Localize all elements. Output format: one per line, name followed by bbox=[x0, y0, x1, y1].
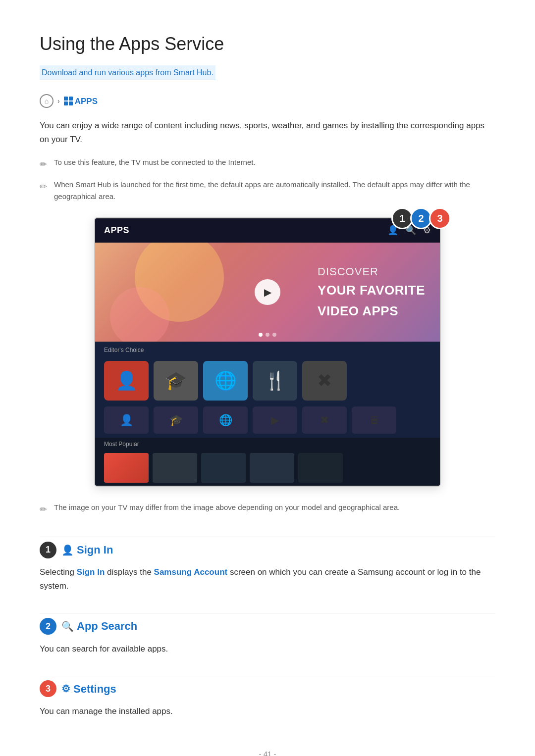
app-small-4: ▶ bbox=[253, 406, 297, 434]
app-icon-5: ✖ bbox=[302, 361, 347, 401]
badge-3: 3 bbox=[429, 207, 451, 229]
divider-3 bbox=[40, 676, 495, 676]
tv-header: APPS 👤 🔍 ⚙ bbox=[95, 218, 440, 243]
search-icon: 🔍 bbox=[61, 618, 74, 634]
user-icon: 👤 bbox=[61, 542, 74, 558]
badge-settings: 3 bbox=[40, 680, 56, 697]
sign-in-link: Sign In bbox=[77, 567, 105, 577]
page-footer: - 41 - bbox=[40, 748, 495, 756]
badge-sign-in: 1 bbox=[40, 542, 56, 558]
editors-choice-label: Editor's Choice bbox=[95, 342, 440, 357]
breadcrumb-chevron: › bbox=[57, 96, 60, 106]
app-small-3: 🌐 bbox=[203, 406, 248, 434]
divider-2 bbox=[40, 613, 495, 613]
section-2-title: 🔍 App Search bbox=[61, 617, 137, 635]
image-note: ✏ The image on your TV may differ from t… bbox=[40, 502, 495, 517]
breadcrumb-apps: APPS bbox=[64, 95, 98, 108]
pencil-icon-3: ✏ bbox=[40, 503, 47, 517]
gear-icon: ⚙ bbox=[61, 681, 70, 697]
breadcrumb: ⌂ › APPS bbox=[40, 94, 495, 108]
app-small-2: 🎓 bbox=[154, 406, 198, 434]
banner-dot-3 bbox=[272, 333, 276, 337]
app-icon-1: 👤 bbox=[104, 361, 149, 401]
section-settings: 3 ⚙ Settings You can manage the installe… bbox=[40, 676, 495, 718]
badge-app-search: 2 bbox=[40, 618, 56, 635]
section-1-heading: 1 👤 Sign In bbox=[40, 541, 495, 558]
play-button: ▶ bbox=[255, 279, 280, 305]
home-icon: ⌂ bbox=[40, 94, 54, 108]
banner-dot-2 bbox=[266, 333, 269, 337]
banner-dot-1 bbox=[259, 333, 263, 337]
banner-circle-2 bbox=[110, 287, 169, 342]
section-1-body: Selecting Sign In displays the Samsung A… bbox=[40, 565, 495, 593]
pencil-icon-2: ✏ bbox=[40, 180, 47, 194]
samsung-account-link: Samsung Account bbox=[154, 567, 228, 577]
circle-badges: 1 2 3 bbox=[394, 207, 451, 229]
section-sign-in: 1 👤 Sign In Selecting Sign In displays t… bbox=[40, 537, 495, 593]
note-1: ✏ To use this feature, the TV must be co… bbox=[40, 156, 495, 172]
tv-header-title: APPS bbox=[104, 223, 129, 238]
pencil-icon-1: ✏ bbox=[40, 157, 47, 172]
section-3-heading: 3 ⚙ Settings bbox=[40, 680, 495, 698]
most-popular-label: Most Popular bbox=[95, 438, 440, 450]
app-row-large: 👤 🎓 🌐 🍴 ✖ bbox=[95, 357, 440, 404]
section-2-heading: 2 🔍 App Search bbox=[40, 617, 495, 635]
apps-grid-icon bbox=[64, 97, 73, 105]
popular-icon-5 bbox=[298, 453, 343, 483]
banner-discover-text: DISCOVER bbox=[318, 263, 425, 280]
intro-text: You can enjoy a wide range of content in… bbox=[40, 119, 495, 147]
app-row-small: 👤 🎓 🌐 ▶ ✖ 🖥 bbox=[95, 404, 440, 438]
banner-dots bbox=[259, 333, 276, 337]
most-popular-row bbox=[95, 450, 440, 486]
section-3-body: You can manage the installed apps. bbox=[40, 705, 495, 718]
app-icon-2: 🎓 bbox=[154, 361, 198, 401]
banner-text: DISCOVER YOUR FAVORITE VIDEO APPS bbox=[318, 263, 425, 321]
page-title: Using the Apps Service bbox=[40, 30, 495, 58]
section-app-search: 2 🔍 App Search You can search for availa… bbox=[40, 613, 495, 655]
popular-icon-1 bbox=[104, 453, 149, 483]
popular-icon-4 bbox=[250, 453, 294, 483]
divider-1 bbox=[40, 537, 495, 537]
tv-screenshot-container: 1 2 3 APPS 👤 🔍 ⚙ ▶ DISCOVER YOUR FAVORIT… bbox=[94, 217, 441, 487]
app-icon-4: 🍴 bbox=[253, 361, 297, 401]
section-3-title: ⚙ Settings bbox=[61, 680, 116, 698]
app-small-1: 👤 bbox=[104, 406, 149, 434]
note-2: ✏ When Smart Hub is launched for the fir… bbox=[40, 179, 495, 202]
banner-video-text: VIDEO APPS bbox=[318, 301, 425, 321]
tv-screen: APPS 👤 🔍 ⚙ ▶ DISCOVER YOUR FAVORITE VIDE… bbox=[94, 217, 441, 487]
section-1-title: 👤 Sign In bbox=[61, 541, 113, 558]
section-2-body: You can search for available apps. bbox=[40, 642, 495, 656]
app-small-6: 🖥 bbox=[352, 406, 396, 434]
tv-banner: ▶ DISCOVER YOUR FAVORITE VIDEO APPS bbox=[95, 243, 440, 342]
app-small-5: ✖ bbox=[302, 406, 347, 434]
popular-icon-3 bbox=[201, 453, 246, 483]
banner-favorite-text: YOUR FAVORITE bbox=[318, 280, 425, 301]
popular-icon-2 bbox=[153, 453, 197, 483]
app-icon-3: 🌐 bbox=[203, 361, 248, 401]
subtitle-highlight: Download and run various apps from Smart… bbox=[40, 65, 215, 81]
